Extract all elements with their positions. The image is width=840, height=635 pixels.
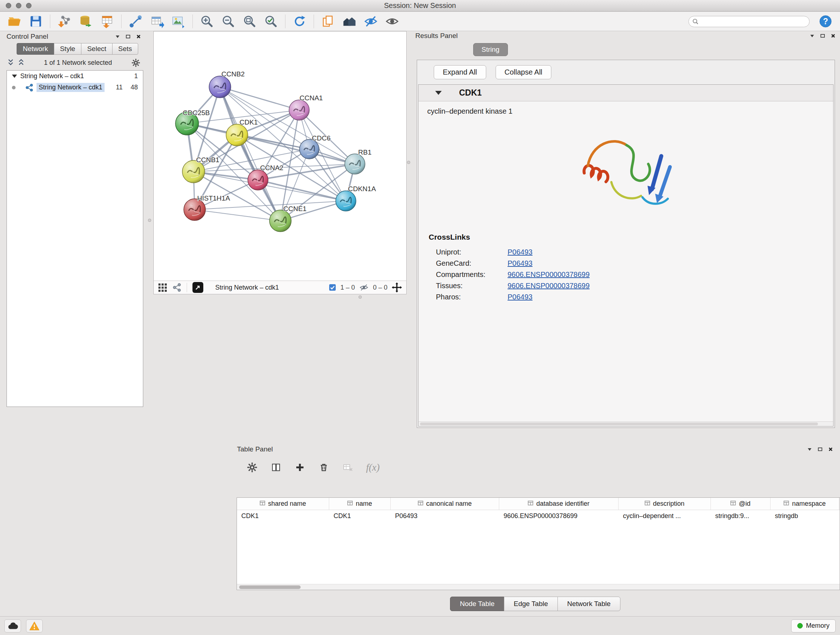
import-network-database-icon[interactable] xyxy=(79,14,93,29)
tab-string[interactable]: String xyxy=(473,43,508,56)
results-horizontal-scrollbar[interactable] xyxy=(418,421,833,426)
table-cell[interactable]: P06493 xyxy=(391,510,499,523)
show-columns-icon[interactable] xyxy=(271,462,281,473)
network-collection-row[interactable]: String Network – cdk1 1 xyxy=(7,71,143,82)
close-panel-icon[interactable] xyxy=(828,447,833,452)
export-image-icon[interactable] xyxy=(171,14,186,29)
float-panel-icon[interactable] xyxy=(818,447,823,451)
zoom-window-button[interactable] xyxy=(26,3,32,8)
column-header-namespace[interactable]: namespace xyxy=(771,498,839,510)
close-panel-icon[interactable] xyxy=(136,34,141,39)
collapse-panel-icon[interactable] xyxy=(807,448,812,451)
table-row[interactable]: CDK1CDK1P064939606.ENSP00000378699cyclin… xyxy=(237,510,840,523)
import-table-file-icon[interactable] xyxy=(100,14,114,29)
add-column-icon[interactable] xyxy=(294,462,305,473)
column-header-shared-name[interactable]: shared name xyxy=(237,498,329,510)
zoom-selected-icon[interactable] xyxy=(264,14,278,29)
close-window-button[interactable] xyxy=(6,3,11,8)
function-builder-fx-icon[interactable]: f(x) xyxy=(366,462,379,473)
table-horizontal-scrollbar[interactable] xyxy=(237,584,840,590)
table-settings-gear-icon[interactable] xyxy=(247,462,257,473)
float-panel-icon[interactable] xyxy=(126,35,131,39)
refresh-layout-icon[interactable] xyxy=(292,14,307,29)
copy-document-icon[interactable] xyxy=(321,14,335,29)
network-node-CCNA2[interactable] xyxy=(248,170,268,190)
network-edge-CCNE1-HIST1H1A[interactable] xyxy=(195,210,280,221)
crosslink-value[interactable]: 9606.ENSP00000378699 xyxy=(508,282,590,290)
table-tab-node-table[interactable]: Node Table xyxy=(450,597,504,611)
hide-selected-icon[interactable] xyxy=(363,14,378,29)
hidden-eye-icon[interactable] xyxy=(359,283,369,291)
warnings-button[interactable] xyxy=(26,619,43,632)
string-home-icon[interactable] xyxy=(342,14,357,29)
table-cell[interactable]: 9606.ENSP00000378699 xyxy=(499,510,619,523)
network-node-CDK1[interactable] xyxy=(226,124,248,146)
collapse-all-icon[interactable] xyxy=(7,58,14,67)
tab-style[interactable]: Style xyxy=(54,43,81,55)
zoom-in-icon[interactable] xyxy=(200,14,214,29)
tab-network[interactable]: Network xyxy=(17,43,54,55)
column-header-description[interactable]: description xyxy=(619,498,711,510)
splitter-handle[interactable] xyxy=(358,295,362,299)
network-row[interactable]: String Network – cdk1 11 48 xyxy=(7,82,143,93)
collection-disclosure-icon[interactable] xyxy=(12,74,17,78)
network-canvas[interactable]: CCNB2CCNA1CDC25BCDK1CDC6RB1CCNB1CCNA2CDK… xyxy=(154,32,406,280)
table-tab-network-table[interactable]: Network Table xyxy=(557,597,621,611)
zoom-out-icon[interactable] xyxy=(221,14,235,29)
selected-checkbox-icon[interactable] xyxy=(329,284,336,291)
network-canvas-svg[interactable]: CCNB2CCNA1CDC25BCDK1CDC6RB1CCNB1CCNA2CDK… xyxy=(154,32,406,280)
crosslink-value[interactable]: P06493 xyxy=(508,259,532,268)
table-tab-edge-table[interactable]: Edge Table xyxy=(504,597,558,611)
network-label[interactable]: String Network – cdk1 xyxy=(36,83,104,92)
table-cell[interactable]: stringdb:9... xyxy=(711,510,771,523)
crosslink-value[interactable]: P06493 xyxy=(508,293,532,301)
column-header-name[interactable]: name xyxy=(329,498,391,510)
collapse-panel-icon[interactable] xyxy=(115,35,120,38)
search-input[interactable] xyxy=(701,17,806,25)
tab-select[interactable]: Select xyxy=(81,43,112,55)
tab-sets[interactable]: Sets xyxy=(112,43,138,55)
section-disclosure-icon[interactable] xyxy=(435,91,442,95)
network-node-RB1[interactable] xyxy=(345,154,365,174)
column-header-database-identifier[interactable]: database identifier xyxy=(499,498,619,510)
expand-all-icon[interactable] xyxy=(18,58,25,67)
network-node-CCNE1[interactable] xyxy=(270,210,291,232)
new-table-icon[interactable] xyxy=(150,14,164,29)
collapse-all-button[interactable]: Collapse All xyxy=(496,65,552,79)
table-cell[interactable]: CDK1 xyxy=(237,510,329,523)
close-panel-icon[interactable] xyxy=(831,33,836,38)
delete-column-icon[interactable] xyxy=(318,462,329,473)
table-cell[interactable]: stringdb xyxy=(771,510,839,523)
network-node-CDKN1A[interactable] xyxy=(336,191,356,211)
network-node-CCNA1[interactable] xyxy=(289,100,309,120)
pan-crosshair-icon[interactable] xyxy=(392,282,402,293)
column-header-canonical-name[interactable]: canonical name xyxy=(391,498,499,510)
network-node-CDC6[interactable] xyxy=(300,139,319,159)
share-network-icon[interactable] xyxy=(172,283,181,292)
network-node-CCNB1[interactable] xyxy=(182,160,205,183)
open-session-icon[interactable] xyxy=(7,14,22,29)
save-session-icon[interactable] xyxy=(28,14,43,29)
network-node-CCNB2[interactable] xyxy=(209,76,231,98)
network-edge-CCNB2-CCNA1[interactable] xyxy=(220,87,299,110)
splitter-handle[interactable] xyxy=(148,219,151,222)
network-node-HIST1H1A[interactable] xyxy=(184,199,205,220)
collapse-panel-icon[interactable] xyxy=(810,34,815,38)
new-network-icon[interactable] xyxy=(128,14,143,29)
gene-section-header[interactable]: CDK1 xyxy=(418,85,833,101)
table-cell[interactable]: CDK1 xyxy=(329,510,391,523)
import-network-file-icon[interactable] xyxy=(57,14,72,29)
scrollbar-thumb[interactable] xyxy=(420,423,818,425)
show-all-icon[interactable] xyxy=(385,14,399,29)
cloud-button[interactable] xyxy=(4,619,21,632)
crosslink-value[interactable]: P06493 xyxy=(508,248,532,256)
minimize-window-button[interactable] xyxy=(16,3,21,8)
help-icon[interactable]: ? xyxy=(818,14,833,29)
memory-button[interactable]: Memory xyxy=(791,619,836,632)
open-in-window-button[interactable] xyxy=(193,282,203,293)
network-options-gear-icon[interactable] xyxy=(131,58,141,67)
splitter-handle[interactable] xyxy=(407,161,410,164)
crosslink-value[interactable]: 9606.ENSP00000378699 xyxy=(508,271,590,279)
birdseye-grid-icon[interactable] xyxy=(158,283,167,292)
scrollbar-thumb[interactable] xyxy=(239,585,301,589)
